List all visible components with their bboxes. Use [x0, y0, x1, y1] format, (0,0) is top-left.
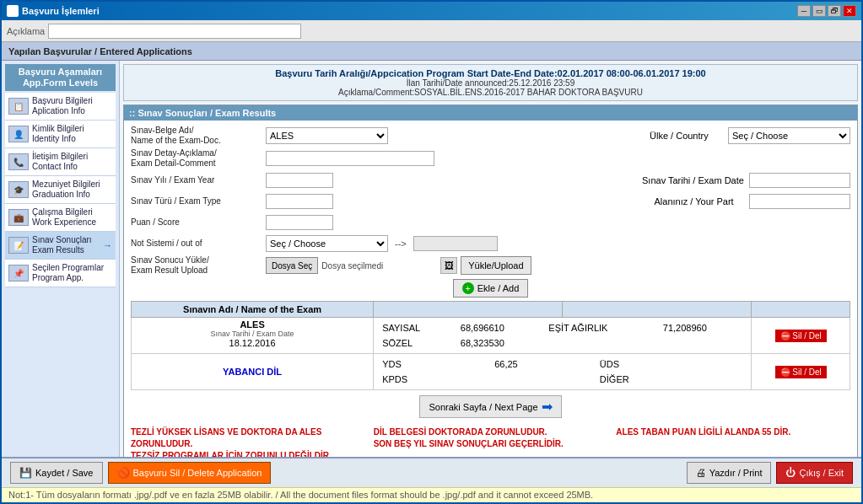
exit-button[interactable]: ⏻ Çıkış / Exit [776, 462, 853, 484]
sidebar-item-label: Çalışma BilgileriWork Experience [32, 207, 96, 228]
sinav-yili-input[interactable] [266, 173, 333, 188]
delete-label: Başvuru Sil / Delete Application [133, 468, 262, 478]
toolbar: Açıklama [2, 20, 861, 42]
banner-line3: Açıklama/Comment:SOSYAL.BİL.ENS.2016-201… [131, 88, 850, 97]
exam-results-panel: :: Sınav Sonuçları / Exam Results Sınav-… [123, 105, 858, 457]
diger-value [723, 373, 747, 386]
arrow-indicator: --> [395, 239, 407, 249]
empty-cell [545, 336, 658, 350]
sinav-belge-label: Sınav-Belge Adı/Name of the Exam-Doc. [131, 126, 266, 146]
basvuru-bilgileri-icon: 📋 [8, 98, 29, 115]
maximize-button[interactable]: 🗗 [828, 5, 841, 17]
sinav-adi-cell-2: YABANCI DİL [132, 354, 374, 390]
sidebar-item-iletisim-bilgileri[interactable]: 📞 İletişim BilgileriContact Info [5, 148, 116, 176]
close-button[interactable]: ✕ [843, 5, 856, 17]
sidebar-item-sinav-sonuclari[interactable]: 📝 Sınav SonuçlarıExam Results → [5, 232, 116, 260]
kimlik-bilgileri-icon: 👤 [8, 126, 29, 142]
minimize-button[interactable]: ─ [797, 5, 811, 17]
footer-text: Not:1- Tüm dosyaların formatı .jpg/.pdf … [8, 490, 593, 500]
sidebar-item-secilen-programlar[interactable]: 📌 Seçilen ProgramlarProgram App. [5, 260, 116, 287]
alaniniz-input[interactable] [749, 194, 850, 209]
sidebar-active-arrow: → [103, 240, 112, 250]
section-label: Yapılan Başvurular / Entered Application… [8, 46, 192, 56]
sidebar-item-label: Mezuniyet BilgileriGraduation Info [32, 180, 100, 200]
sozel-label: SÖZEL [379, 336, 456, 350]
sinav-sonuclari-icon: 📝 [8, 237, 29, 254]
panel-header: :: Sınav Sonuçları / Exam Results [124, 105, 857, 121]
sinav-tarihi-value: 18.12.2016 [135, 338, 369, 348]
sidebar-item-calisma-bilgileri[interactable]: 💼 Çalışma BilgileriWork Experience [5, 204, 116, 232]
form-row-puan: Puan / Score [131, 213, 850, 232]
window-title: Başvuru İşlemleri [22, 6, 100, 16]
sidebar-item-basvuru-bilgileri[interactable]: 📋 Başvuru BilgileriAplication Info [5, 93, 116, 121]
save-icon: 💾 [19, 467, 32, 479]
app-icon: 🖥 [7, 5, 19, 17]
next-page-button[interactable]: Sonraki Sayfa / Next Page ➡ [419, 395, 561, 418]
delete-application-button[interactable]: 🚫 Başvuru Sil / Delete Application [108, 462, 272, 484]
print-button[interactable]: 🖨 Yazdır / Print [687, 462, 772, 484]
form-section: Sınav-Belge Adı/Name of the Exam-Doc. AL… [124, 121, 857, 457]
next-page-row: Sonraki Sayfa / Next Page ➡ [131, 395, 850, 418]
kpds-label: KPDS [379, 373, 489, 386]
ulke-area: Ülke / Country Seç / Choose [650, 127, 850, 144]
not-sistemi-label: Not Sistemi / out of [131, 239, 266, 249]
exit-label: Çıkış / Exit [799, 468, 844, 478]
puan-label: Puan / Score [131, 217, 266, 228]
banner-line2: İlan Tarihi/Date announced:25.12.2016 23… [131, 78, 850, 88]
content-area: Başvuru Tarih Aralığı/Appcication Progra… [120, 61, 861, 457]
del-cell-2: ⛔ Sil / Del [752, 354, 850, 390]
results-table: Sınavın Adı / Name of the Exam ALES Sına [131, 301, 850, 390]
sinav-tarihi-input[interactable] [749, 173, 850, 188]
calisma-bilgileri-icon: 💼 [8, 209, 29, 226]
sinav-detay-input[interactable] [266, 151, 434, 166]
aciklama-input[interactable] [48, 24, 301, 39]
bottom-bar: 💾 Kaydet / Save 🚫 Başvuru Sil / Delete A… [2, 457, 861, 487]
print-label: Yazdır / Print [709, 468, 763, 478]
yds-value: 66,25 [491, 357, 595, 371]
title-bar: 🖥 Başvuru İşlemleri ─ ▭ 🗗 ✕ [2, 2, 861, 20]
not-sistemi-result-input[interactable] [413, 236, 498, 251]
uds-value [723, 357, 747, 371]
ekle-button[interactable]: + Ekle / Add [453, 279, 529, 298]
bottom-bar-right: 🖨 Yazdır / Print ⏻ Çıkış / Exit [687, 462, 853, 484]
sayisal-value: 68,696610 [457, 321, 544, 335]
sinav-tarihi-label-cell: Sınav Tarihi / Exam Date [135, 330, 369, 338]
ulke-select[interactable]: Seç / Choose [728, 127, 850, 144]
form-row-yukle: Sınav Sonucu Yükle/Exam Result Upload Do… [131, 255, 850, 276]
yukle-button[interactable]: Yükle/Upload [461, 256, 531, 275]
sinav-tarihi-label: Sınav Tarihi / Exam Date [642, 175, 744, 185]
note3: ALES TABAN PUAN LİGİLİ ALANDA 55 DİR. [616, 426, 850, 438]
yds-scores-cell: YDS 66,25 ÜDS KPDS DİĞER [374, 354, 752, 390]
sidebar-item-label: Başvuru BilgileriAplication Info [32, 96, 93, 116]
restore-button[interactable]: ▭ [812, 5, 826, 17]
sil-del-button-2[interactable]: ⛔ Sil / Del [775, 366, 827, 378]
not-sistemi-controls: Seç / Choose --> [266, 235, 498, 252]
not-sistemi-select[interactable]: Seç / Choose [266, 235, 388, 252]
empty-cell2 [660, 336, 747, 350]
sinav-belge-select[interactable]: ALES DİL BELGESİ TÖMER PASAPORT [266, 127, 388, 144]
window-controls: ─ ▭ 🗗 ✕ [797, 5, 856, 17]
form-row-not-sistemi: Not Sistemi / out of Seç / Choose --> [131, 234, 850, 253]
save-button[interactable]: 💾 Kaydet / Save [10, 462, 103, 484]
next-arrow-icon: ➡ [542, 399, 553, 415]
col-action [752, 302, 850, 318]
del-cell: ⛔ Sil / Del [752, 318, 850, 354]
sidebar-item-mezuniyet-bilgileri[interactable]: 🎓 Mezuniyet BilgileriGraduation Info [5, 176, 116, 204]
puan-input[interactable] [266, 215, 333, 230]
sil-del-button-1[interactable]: ⛔ Sil / Del [775, 330, 827, 342]
bottom-bar-left: 💾 Kaydet / Save 🚫 Başvuru Sil / Delete A… [10, 462, 271, 484]
sozel-value: 68,323530 [457, 336, 544, 350]
sidebar-item-kimlik-bilgileri[interactable]: 👤 Kimlik BilgileriIdentity Info [5, 121, 116, 148]
yukle-label: Sınav Sonucu Yükle/Exam Result Upload [131, 255, 266, 276]
main-window: 🖥 Başvuru İşlemleri ─ ▭ 🗗 ✕ Açıklama Yap… [0, 0, 863, 504]
mezuniyet-bilgileri-icon: 🎓 [8, 181, 29, 198]
upload-controls: Dosya Seç Dosya seçilmedi 🖼 Yükle/Upload [266, 256, 531, 275]
form-row-add: + Ekle / Add [131, 279, 850, 298]
ulke-label: Ülke / Country [650, 131, 709, 141]
sinav-turu-input[interactable] [266, 194, 333, 209]
dosya-sec-button[interactable]: Dosya Seç [266, 257, 318, 274]
delete-icon: 🚫 [117, 467, 130, 479]
sinav-detay-label: Sınav Detay-Açıklama/Exam Detail-Comment [131, 148, 266, 169]
notes-section: TEZLİ YÜKSEK LİSANS VE DOKTORA DA ALES Z… [131, 423, 850, 457]
yds-label: YDS [379, 357, 489, 371]
